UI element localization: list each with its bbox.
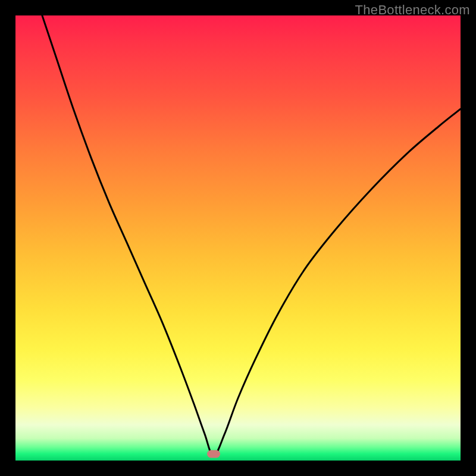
optimal-point-marker xyxy=(207,450,220,458)
watermark-text: TheBottleneck.com xyxy=(355,2,470,18)
bottleneck-curve xyxy=(42,15,461,456)
curve-svg xyxy=(15,15,461,461)
